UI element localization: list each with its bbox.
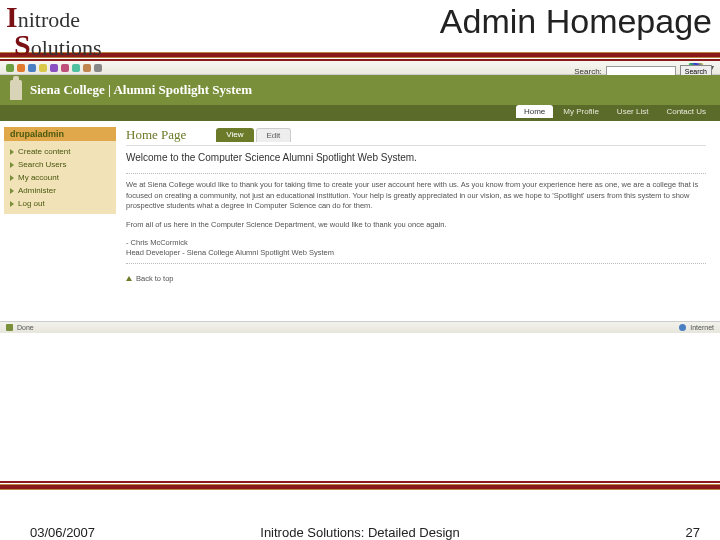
nav-tab-user-list[interactable]: User List xyxy=(609,105,657,118)
signature-title: Head Developer - Siena College Alumni Sp… xyxy=(126,248,706,257)
logo-rest-2: olutions xyxy=(31,35,102,60)
logo-line2: Solutions xyxy=(6,28,102,62)
page-tab-edit[interactable]: Edit xyxy=(256,128,292,142)
sidebar-item-label: Create content xyxy=(18,147,70,156)
logo-cap-s: S xyxy=(14,28,31,61)
back-to-top-link[interactable]: Back to top xyxy=(126,274,706,283)
welcome-heading: Welcome to the Computer Science Alumni S… xyxy=(126,152,706,163)
toolbar-icon[interactable] xyxy=(72,64,80,72)
chevron-right-icon xyxy=(10,201,14,207)
signature-name: - Chris McCormick xyxy=(126,238,706,247)
body-paragraph-2: From all of us here in the Computer Scie… xyxy=(126,220,706,231)
nav-tab-contact-us[interactable]: Contact Us xyxy=(658,105,714,118)
globe-icon xyxy=(679,324,686,331)
divider-bar-bottom xyxy=(0,484,720,490)
slide-date: 03/06/2007 xyxy=(30,525,95,540)
slide-header: Initrode Solutions Admin Homepage xyxy=(0,0,720,52)
toolbar-icon[interactable] xyxy=(28,64,36,72)
site-title: Siena College | Alumni Spotlight System xyxy=(30,82,252,98)
primary-nav: Home My Profile User List Contact Us xyxy=(0,105,720,121)
sidebar: drupaladmin Create content Search Users … xyxy=(0,121,120,321)
chevron-right-icon xyxy=(10,162,14,168)
sidebar-item-label: Log out xyxy=(18,199,45,208)
chevron-right-icon xyxy=(10,188,14,194)
sidebar-item-log-out[interactable]: Log out xyxy=(6,197,114,210)
body-paragraph-1: We at Siena College would like to thank … xyxy=(126,180,706,212)
main-content: Home Page View Edit Welcome to the Compu… xyxy=(120,121,720,321)
content-area: drupaladmin Create content Search Users … xyxy=(0,121,720,321)
page-title: Home Page xyxy=(126,127,186,143)
tower-icon xyxy=(10,80,22,100)
divider-bar-thin-bottom xyxy=(0,481,720,483)
nav-tab-home[interactable]: Home xyxy=(516,105,553,118)
status-zone: Internet xyxy=(690,324,714,331)
toolbar-icon[interactable] xyxy=(6,64,14,72)
chevron-right-icon xyxy=(10,175,14,181)
nav-tab-my-profile[interactable]: My Profile xyxy=(555,105,607,118)
slide-title: Admin Homepage xyxy=(440,2,712,41)
divider xyxy=(126,263,706,264)
toolbar-icon[interactable] xyxy=(50,64,58,72)
signature-block: - Chris McCormick Head Developer - Siena… xyxy=(126,238,706,257)
toolbar-icon[interactable] xyxy=(94,64,102,72)
sidebar-item-label: Search Users xyxy=(18,160,66,169)
toolbar-icon[interactable] xyxy=(83,64,91,72)
sidebar-username: drupaladmin xyxy=(4,127,116,141)
sidebar-item-search-users[interactable]: Search Users xyxy=(6,158,114,171)
toolbar-icon[interactable] xyxy=(61,64,69,72)
back-to-top-label: Back to top xyxy=(136,274,174,283)
browser-status-bar: Done Internet xyxy=(0,321,720,333)
site-header: Siena College | Alumni Spotlight System xyxy=(0,75,720,105)
page-tab-view[interactable]: View xyxy=(216,128,253,142)
sidebar-item-my-account[interactable]: My account xyxy=(6,171,114,184)
toolbar-icon[interactable] xyxy=(17,64,25,72)
sidebar-item-administer[interactable]: Administer xyxy=(6,184,114,197)
status-text: Done xyxy=(17,324,34,331)
slide-page-number: 27 xyxy=(686,525,700,540)
toolbar-icon[interactable] xyxy=(39,64,47,72)
arrow-up-icon xyxy=(126,276,132,281)
sidebar-item-create-content[interactable]: Create content xyxy=(6,145,114,158)
sidebar-item-label: My account xyxy=(18,173,59,182)
chevron-right-icon xyxy=(10,149,14,155)
divider-bar-top xyxy=(0,52,720,58)
slide-footer-center: Initrode Solutions: Detailed Design xyxy=(260,525,459,540)
sidebar-item-label: Administer xyxy=(18,186,56,195)
status-icon xyxy=(6,324,13,331)
divider xyxy=(126,173,706,174)
logo: Initrode Solutions xyxy=(6,0,102,62)
